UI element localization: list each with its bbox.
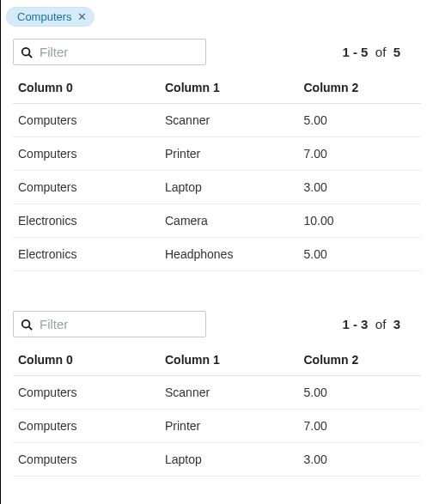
cell: Computers xyxy=(13,410,160,443)
filter-chip-label: Computers xyxy=(17,10,72,23)
column-header[interactable]: Column 0 xyxy=(13,344,160,376)
pagination-total: 3 xyxy=(393,317,400,331)
filter-input-wrap[interactable] xyxy=(13,311,206,337)
pagination-range: 1 - 3 xyxy=(342,317,368,331)
table-header-row: Column 0 Column 1 Column 2 xyxy=(13,72,421,104)
svg-line-3 xyxy=(29,326,33,330)
cell: 7.00 xyxy=(299,137,422,171)
cell: 3.00 xyxy=(299,171,422,204)
data-table-1: Column 0 Column 1 Column 2 Computers Sca… xyxy=(13,344,421,477)
search-icon xyxy=(21,319,33,331)
table-block-1: 1 - 3 of 3 Column 0 Column 1 Column 2 Co… xyxy=(1,302,433,477)
cell: 5.00 xyxy=(299,376,422,410)
table-row[interactable]: Computers Laptop 3.00 xyxy=(13,171,421,204)
filter-chip-computers[interactable]: Computers ✕ xyxy=(6,7,95,27)
filter-input[interactable] xyxy=(40,43,203,61)
svg-point-2 xyxy=(22,319,30,327)
cell: Electronics xyxy=(13,238,160,271)
search-icon xyxy=(21,46,33,58)
table-row[interactable]: Computers Printer 7.00 xyxy=(13,137,421,171)
cell: Computers xyxy=(13,171,160,204)
cell: Laptop xyxy=(160,443,299,477)
pagination-label: 1 - 3 of 3 xyxy=(342,317,421,331)
pagination-total: 5 xyxy=(393,45,400,59)
cell: Computers xyxy=(13,104,160,137)
cell: Scanner xyxy=(160,104,299,137)
cell: 3.00 xyxy=(299,443,422,477)
cell: 7.00 xyxy=(299,410,422,443)
close-icon[interactable]: ✕ xyxy=(77,11,87,22)
cell: Camera xyxy=(160,204,299,238)
table-controls: 1 - 5 of 5 xyxy=(13,39,421,65)
filter-chip-row: Computers ✕ xyxy=(1,7,433,30)
column-header[interactable]: Column 1 xyxy=(160,344,299,376)
pagination-label: 1 - 5 of 5 xyxy=(342,45,421,59)
table-block-0: 1 - 5 of 5 Column 0 Column 1 Column 2 Co… xyxy=(1,30,433,271)
cell: Headphones xyxy=(160,238,299,271)
cell: Scanner xyxy=(160,376,299,410)
table-row[interactable]: Computers Scanner 5.00 xyxy=(13,376,421,410)
cell: Computers xyxy=(13,376,160,410)
cell: Laptop xyxy=(160,171,299,204)
column-header[interactable]: Column 0 xyxy=(13,72,160,104)
svg-point-0 xyxy=(22,47,30,55)
pagination-of: of xyxy=(375,45,387,59)
table-row[interactable]: Electronics Camera 10.00 xyxy=(13,204,421,238)
cell: Printer xyxy=(160,410,299,443)
column-header[interactable]: Column 2 xyxy=(299,344,422,376)
cell: Computers xyxy=(13,137,160,171)
column-header[interactable]: Column 2 xyxy=(299,72,422,104)
filter-input-wrap[interactable] xyxy=(13,39,206,65)
table-row[interactable]: Computers Scanner 5.00 xyxy=(13,104,421,137)
svg-line-1 xyxy=(29,54,33,58)
cell: Electronics xyxy=(13,204,160,238)
filter-input[interactable] xyxy=(40,315,203,333)
table-row[interactable]: Computers Printer 7.00 xyxy=(13,410,421,443)
column-header[interactable]: Column 1 xyxy=(160,72,299,104)
pagination-range: 1 - 5 xyxy=(342,45,368,59)
table-row[interactable]: Computers Laptop 3.00 xyxy=(13,443,421,477)
cell: Printer xyxy=(160,137,299,171)
cell: 5.00 xyxy=(299,238,422,271)
table-row[interactable]: Electronics Headphones 5.00 xyxy=(13,238,421,271)
table-header-row: Column 0 Column 1 Column 2 xyxy=(13,344,421,376)
cell: 5.00 xyxy=(299,104,422,137)
cell: Computers xyxy=(13,443,160,477)
cell: 10.00 xyxy=(299,204,422,238)
pagination-of: of xyxy=(375,317,387,331)
data-table-0: Column 0 Column 1 Column 2 Computers Sca… xyxy=(13,72,421,271)
table-controls: 1 - 3 of 3 xyxy=(13,311,421,337)
